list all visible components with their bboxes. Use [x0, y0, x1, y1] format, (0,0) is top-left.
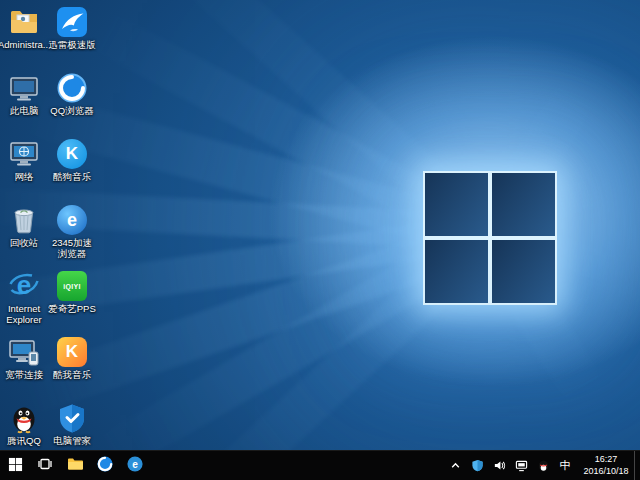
desktop-icons: Administra... 迅雷极速版 此电脑 — [0, 6, 96, 468]
clock-date: 2016/10/18 — [583, 466, 628, 478]
input-method-indicator[interactable]: 中 — [557, 451, 573, 480]
2345-browser-icon: e — [126, 455, 144, 476]
xunlei-bird-icon — [56, 6, 88, 38]
desktop-icon-label: Administra... — [0, 40, 50, 51]
desktop-icon-this-pc[interactable]: 此电脑 — [0, 72, 48, 138]
computer-monitor-icon — [8, 72, 40, 104]
desktop-icon-label: QQ浏览器 — [50, 106, 93, 117]
volume-tray-button[interactable] — [491, 451, 507, 480]
task-view-button[interactable] — [30, 451, 60, 480]
security-tray-button[interactable] — [469, 451, 485, 480]
desktop: Administra... 迅雷极速版 此电脑 — [0, 0, 640, 480]
2345-browser-icon: e — [56, 204, 88, 236]
desktop-icon-xunlei[interactable]: 迅雷极速版 — [48, 6, 96, 72]
ime-language-label: 中 — [560, 460, 571, 471]
qq-browser-taskbar-button[interactable] — [90, 451, 120, 480]
broadband-connection-icon — [8, 336, 40, 368]
logo-pane — [492, 173, 555, 236]
user-folder-icon — [8, 6, 40, 38]
2345-browser-taskbar-button[interactable]: e — [120, 451, 150, 480]
desktop-icon-label: 腾讯QQ — [7, 436, 41, 447]
iqiyi-pps-icon: iQIYI — [56, 270, 88, 302]
desktop-icon-label: 酷狗音乐 — [53, 172, 91, 183]
desktop-icon-internet-explorer[interactable]: e Internet Explorer — [0, 270, 48, 336]
pc-manager-shield-icon — [56, 402, 88, 434]
network-globe-icon — [8, 138, 40, 170]
desktop-icon-label: 宽带连接 — [5, 370, 43, 381]
logo-pane — [425, 240, 488, 303]
taskbar: e — [0, 450, 640, 480]
kuwo-music-icon: K — [56, 336, 88, 368]
speaker-icon — [493, 459, 506, 472]
start-button[interactable] — [0, 451, 30, 480]
file-explorer-folder-icon — [66, 455, 84, 476]
desktop-icon-kuwo-music[interactable]: K 酷我音乐 — [48, 336, 96, 402]
desktop-icon-label: 爱奇艺PPS — [48, 304, 96, 315]
show-hidden-icons-button[interactable] — [447, 451, 463, 480]
iqiyi-logo-text: iQIYI — [63, 283, 80, 290]
show-desktop-button[interactable] — [634, 451, 640, 480]
desktop-icon-label: 酷我音乐 — [53, 370, 91, 381]
desktop-icon-iqiyi-pps[interactable]: iQIYI 爱奇艺PPS — [48, 270, 96, 336]
file-explorer-taskbar-button[interactable] — [60, 451, 90, 480]
task-view-icon — [37, 456, 53, 475]
kugou-k-letter: K — [66, 144, 78, 164]
2345-e-letter: e — [67, 210, 77, 231]
chevron-up-icon — [450, 460, 461, 471]
qq-browser-icon — [56, 72, 88, 104]
desktop-icon-qq-browser[interactable]: QQ浏览器 — [48, 72, 96, 138]
windows-logo-icon — [8, 457, 23, 475]
logo-pane — [492, 240, 555, 303]
desktop-icon-network[interactable]: 网络 — [0, 138, 48, 204]
windows-logo-wallpaper — [423, 171, 557, 305]
desktop-icon-label: 回收站 — [10, 238, 39, 249]
qq-browser-icon — [96, 455, 114, 476]
desktop-icon-label: 电脑管家 — [53, 436, 91, 447]
desktop-icon-label: 网络 — [15, 172, 34, 183]
desktop-icon-label: Internet Explorer — [0, 304, 48, 326]
desktop-icon-broadband[interactable]: 宽带连接 — [0, 336, 48, 402]
taskbar-spacer — [150, 451, 442, 480]
desktop-icon-recycle-bin[interactable]: 回收站 — [0, 204, 48, 270]
desktop-icon-2345-browser[interactable]: e 2345加速浏览器 — [48, 204, 96, 270]
qq-penguin-icon — [537, 459, 550, 472]
qq-tray-button[interactable] — [535, 451, 551, 480]
internet-explorer-icon: e — [8, 270, 40, 302]
qq-penguin-icon — [8, 402, 40, 434]
network-tray-button[interactable] — [513, 451, 529, 480]
taskbar-clock[interactable]: 16:27 2016/10/18 — [578, 451, 634, 480]
shield-icon — [471, 459, 484, 472]
kuwo-k-letter: K — [66, 342, 78, 362]
desktop-icon-administrator[interactable]: Administra... — [0, 6, 48, 72]
desktop-icon-kugou-music[interactable]: K 酷狗音乐 — [48, 138, 96, 204]
network-icon — [515, 459, 528, 472]
clock-time: 16:27 — [595, 454, 618, 466]
kugou-music-icon: K — [56, 138, 88, 170]
recycle-bin-icon — [8, 204, 40, 236]
desktop-icon-label: 迅雷极速版 — [48, 40, 96, 51]
wallpaper — [0, 0, 640, 450]
logo-pane — [425, 173, 488, 236]
svg-text:e: e — [132, 459, 138, 470]
system-tray: 中 — [442, 451, 578, 480]
desktop-icon-label: 此电脑 — [10, 106, 39, 117]
desktop-icon-label: 2345加速浏览器 — [48, 238, 96, 260]
